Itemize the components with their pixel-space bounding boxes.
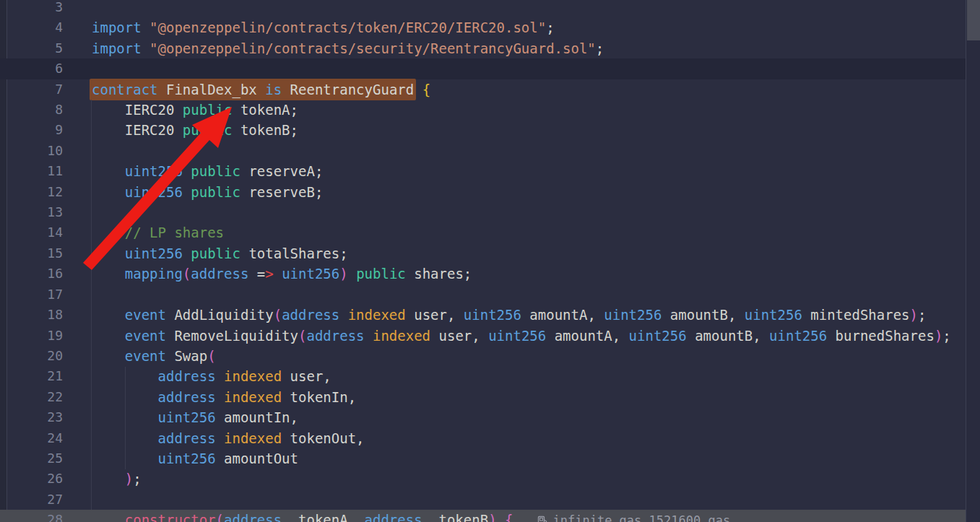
line-number[interactable]: 7 <box>7 79 63 100</box>
code-text: IERC20 public tokenB; <box>92 120 298 140</box>
code-text: import "@openzeppelin/contracts/security… <box>92 38 604 58</box>
indent-guide <box>91 100 92 510</box>
code-text: uint256 public totalShares; <box>92 243 348 264</box>
line-number[interactable]: 13 <box>7 202 63 222</box>
line-number[interactable]: 27 <box>7 490 63 510</box>
code-text: event AddLiquidity(address indexed user,… <box>92 305 926 325</box>
line-number[interactable]: 9 <box>7 120 63 140</box>
code-line[interactable]: 28 constructor(address _tokenA, address … <box>0 510 966 522</box>
line-number[interactable]: 3 <box>7 0 63 17</box>
code-line[interactable]: 4import "@openzeppelin/contracts/token/E… <box>0 17 966 38</box>
line-number[interactable]: 4 <box>7 17 63 38</box>
scrollbar-thumb[interactable] <box>967 0 980 40</box>
code-line[interactable]: 7contract FinalDex_bx is ReentrancyGuard… <box>0 79 966 100</box>
line-number[interactable]: 6 <box>7 58 63 79</box>
line-number[interactable]: 8 <box>7 100 63 120</box>
line-number[interactable]: 21 <box>7 366 63 386</box>
code-text: mapping(address => uint256) public share… <box>92 264 472 284</box>
code-text: event Swap( <box>92 346 216 366</box>
code-line[interactable]: 18 event AddLiquidity(address indexed us… <box>0 305 966 325</box>
line-number[interactable]: 12 <box>7 182 63 202</box>
code-lines[interactable]: 34import "@openzeppelin/contracts/token/… <box>0 0 966 522</box>
code-line[interactable]: 24 address indexed tokenOut, <box>0 428 966 448</box>
code-line[interactable]: 20 event Swap( <box>0 346 966 366</box>
line-number[interactable]: 14 <box>7 222 63 243</box>
indent-guide <box>125 367 126 469</box>
code-line[interactable]: 23 uint256 amountIn, <box>0 407 966 427</box>
code-text: constructor(address _tokenA, address _to… <box>92 510 730 522</box>
code-text: contract FinalDex_bx is ReentrancyGuard … <box>92 79 430 100</box>
line-number[interactable]: 20 <box>7 346 63 366</box>
editor-scrollbar[interactable] <box>966 0 980 522</box>
code-line[interactable]: 27 <box>0 490 966 510</box>
code-text: uint256 amountOut <box>92 448 298 469</box>
line-number[interactable]: 16 <box>7 264 63 284</box>
code-line[interactable]: 25 uint256 amountOut <box>0 448 966 469</box>
code-line[interactable]: 10 <box>0 141 966 161</box>
line-number[interactable]: 10 <box>7 141 63 161</box>
line-number[interactable]: 28 <box>7 510 63 522</box>
code-text: uint256 public reserveA; <box>92 161 323 181</box>
line-number[interactable]: 23 <box>7 407 63 427</box>
code-line[interactable]: 15 uint256 public totalShares; <box>0 243 966 264</box>
line-number[interactable]: 19 <box>7 326 63 346</box>
line-number[interactable]: 15 <box>7 243 63 264</box>
code-line[interactable]: 3 <box>0 0 966 17</box>
code-text: address indexed tokenIn, <box>92 387 356 407</box>
code-text: import "@openzeppelin/contracts/token/ER… <box>92 17 555 38</box>
line-number[interactable]: 24 <box>7 428 63 448</box>
line-number[interactable]: 25 <box>7 448 63 469</box>
code-text: uint256 amountIn, <box>92 407 298 427</box>
code-text: address indexed user, <box>92 366 331 386</box>
code-line[interactable]: 16 mapping(address => uint256) public sh… <box>0 264 966 284</box>
line-number[interactable]: 17 <box>7 284 63 305</box>
gas-estimate-text: infinite gas 1521600 gas <box>552 513 730 522</box>
code-line[interactable]: 17 <box>0 284 966 305</box>
line-number[interactable]: 26 <box>7 469 63 489</box>
code-line[interactable]: 13 <box>0 202 966 222</box>
code-line[interactable]: 19 event RemoveLiquidity(address indexed… <box>0 326 966 346</box>
code-line[interactable]: 5import "@openzeppelin/contracts/securit… <box>0 38 966 58</box>
code-text: IERC20 public tokenA; <box>92 100 298 120</box>
code-line[interactable]: 14 // LP shares <box>0 222 966 243</box>
code-line[interactable]: 6 <box>0 58 966 79</box>
line-number[interactable]: 11 <box>7 161 63 181</box>
code-text: uint256 public reserveB; <box>92 182 323 202</box>
code-line[interactable]: 11 uint256 public reserveA; <box>0 161 966 181</box>
code-text: address indexed tokenOut, <box>92 428 365 448</box>
code-editor[interactable]: 34import "@openzeppelin/contracts/token/… <box>0 0 980 522</box>
code-text: event RemoveLiquidity(address indexed us… <box>92 326 951 346</box>
gas-estimate-annotation: infinite gas 1521600 gas <box>537 510 730 522</box>
code-line[interactable]: 9 IERC20 public tokenB; <box>0 120 966 140</box>
code-line[interactable]: 22 address indexed tokenIn, <box>0 387 966 407</box>
code-line[interactable]: 8 IERC20 public tokenA; <box>0 100 966 120</box>
code-line[interactable]: 26 ); <box>0 469 966 489</box>
line-number[interactable]: 22 <box>7 387 63 407</box>
code-text: ); <box>92 469 142 489</box>
code-line[interactable]: 12 uint256 public reserveB; <box>0 182 966 202</box>
occurrence-highlight: contract FinalDex_bx is ReentrancyGuard <box>90 79 416 100</box>
gas-pump-icon <box>537 516 547 522</box>
code-line[interactable]: 21 address indexed user, <box>0 366 966 386</box>
code-text: // LP shares <box>92 222 224 243</box>
line-number[interactable]: 18 <box>7 305 63 325</box>
line-number[interactable]: 5 <box>7 38 63 58</box>
